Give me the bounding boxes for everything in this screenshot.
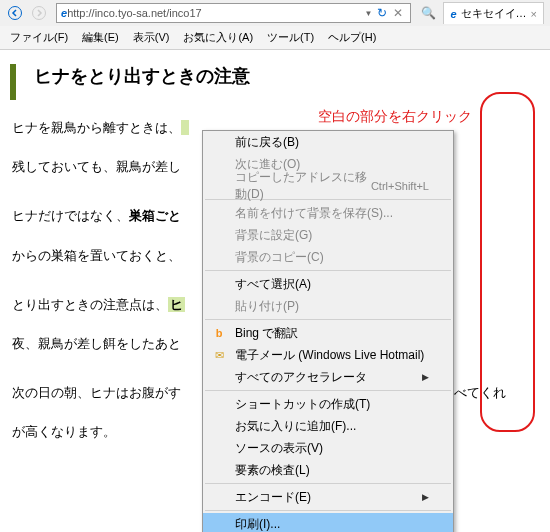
- search-icon[interactable]: 🔍: [417, 3, 439, 23]
- menu-bar: ファイル(F) 編集(E) 表示(V) お気に入り(A) ツール(T) ヘルプ(…: [0, 26, 550, 49]
- cm-separator: [205, 483, 451, 484]
- cm-bing-translate[interactable]: bBing で翻訳: [203, 322, 453, 344]
- svg-point-0: [9, 7, 22, 20]
- cm-inspect-element[interactable]: 要素の検査(L): [203, 459, 453, 481]
- cm-add-favorites[interactable]: お気に入りに追加(F)...: [203, 415, 453, 437]
- annotation-oval: [480, 92, 535, 432]
- menu-favorites[interactable]: お気に入り(A): [177, 28, 259, 47]
- arrow-right-icon: [32, 6, 46, 20]
- cm-separator: [205, 510, 451, 511]
- tab-title: セキセイイ…: [461, 6, 527, 21]
- stop-icon[interactable]: ✕: [390, 6, 406, 20]
- bing-icon: b: [211, 325, 227, 341]
- mail-icon: ✉: [211, 347, 227, 363]
- svg-point-1: [33, 7, 46, 20]
- title-accent: [10, 64, 16, 100]
- refresh-icon[interactable]: ↻: [374, 6, 390, 20]
- cm-select-all[interactable]: すべて選択(A): [203, 273, 453, 295]
- page-title: ヒナをとり出すときの注意: [22, 64, 540, 88]
- chevron-right-icon: ▶: [422, 372, 429, 382]
- cm-print[interactable]: 印刷(I)...: [203, 513, 453, 532]
- cm-separator: [205, 390, 451, 391]
- url-input[interactable]: [67, 7, 362, 19]
- arrow-left-icon: [8, 6, 22, 20]
- context-menu: 前に戻る(B) 次に進む(O) コピーしたアドレスに移動(D)Ctrl+Shif…: [202, 130, 454, 532]
- annotation-text: 空白の部分を右クリック: [318, 108, 472, 126]
- tab-close-icon[interactable]: ×: [531, 8, 537, 20]
- cm-shortcut-hint: Ctrl+Shift+L: [371, 180, 429, 192]
- cm-save-bg: 名前を付けて背景を保存(S)...: [203, 202, 453, 224]
- forward-button: [28, 2, 50, 24]
- cm-separator: [205, 319, 451, 320]
- cm-view-source[interactable]: ソースの表示(V): [203, 437, 453, 459]
- browser-tab[interactable]: e セキセイイ… ×: [443, 2, 544, 24]
- cm-separator: [205, 270, 451, 271]
- cm-create-shortcut[interactable]: ショートカットの作成(T): [203, 393, 453, 415]
- cm-paste: 貼り付け(P): [203, 295, 453, 317]
- menu-edit[interactable]: 編集(E): [76, 28, 125, 47]
- chevron-right-icon: ▶: [422, 492, 429, 502]
- cm-set-bg: 背景に設定(G): [203, 224, 453, 246]
- url-dropdown-icon[interactable]: ▼: [363, 9, 375, 18]
- tab-favicon: e: [450, 8, 456, 20]
- menu-file[interactable]: ファイル(F): [4, 28, 74, 47]
- menu-view[interactable]: 表示(V): [127, 28, 176, 47]
- cm-email[interactable]: ✉電子メール (Windows Live Hotmail): [203, 344, 453, 366]
- cm-encoding[interactable]: エンコード(E)▶: [203, 486, 453, 508]
- back-button[interactable]: [4, 2, 26, 24]
- menu-help[interactable]: ヘルプ(H): [322, 28, 382, 47]
- address-bar[interactable]: e ▼ ↻ ✕: [56, 3, 411, 23]
- menu-tools[interactable]: ツール(T): [261, 28, 320, 47]
- cm-back[interactable]: 前に戻る(B): [203, 131, 453, 153]
- cm-goto-copied: コピーしたアドレスに移動(D)Ctrl+Shift+L: [203, 175, 453, 197]
- cm-accelerators[interactable]: すべてのアクセラレータ▶: [203, 366, 453, 388]
- cm-copy-bg: 背景のコピー(C): [203, 246, 453, 268]
